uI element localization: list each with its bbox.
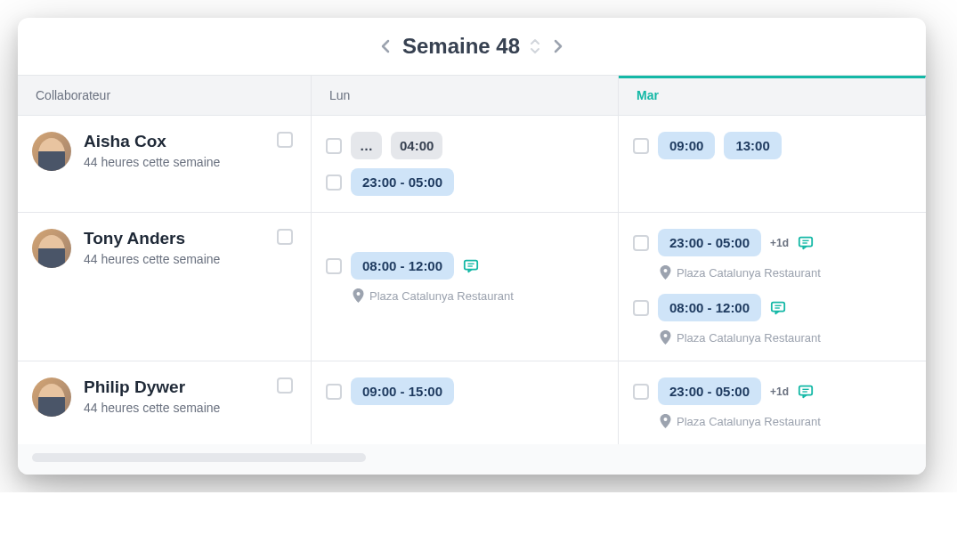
pin-icon	[353, 288, 364, 303]
horizontal-scroll-area	[18, 444, 926, 475]
week-navigator: Semaine 48	[18, 18, 926, 75]
shift-time-pill[interactable]: 09:00	[658, 132, 715, 159]
pin-icon	[660, 265, 671, 280]
comment-icon[interactable]	[770, 300, 786, 316]
svg-rect-9	[799, 386, 812, 394]
shift-checkbox[interactable]	[326, 174, 342, 191]
schedule-grid: Collaborateur Lun Mar Aisha Cox 44 heure…	[18, 75, 926, 444]
shift-location: Plaza Catalunya Restaurant	[660, 265, 912, 280]
day-cell-monday: 08:00 - 12:00 Plaza Catalunya Restaurant	[312, 213, 619, 361]
collaborator-hours: 44 heures cette semaine	[84, 155, 220, 169]
day-cell-monday: … 04:00 23:00 - 05:00	[312, 116, 619, 213]
collaborator-name: Philip Dywer	[84, 377, 220, 397]
day-cell-monday: 09:00 - 15:00	[312, 361, 619, 444]
shift-location: Plaza Catalunya Restaurant	[353, 288, 604, 303]
svg-rect-6	[772, 302, 784, 311]
shift-time-pill[interactable]: 09:00 - 15:00	[351, 377, 454, 405]
plus-days-badge: +1d	[770, 386, 789, 398]
svg-rect-3	[799, 237, 812, 246]
column-header-monday[interactable]: Lun	[312, 76, 619, 116]
avatar	[32, 377, 71, 417]
shift-checkbox[interactable]	[633, 138, 649, 154]
day-cell-tuesday: 09:00 13:00	[619, 116, 926, 213]
shift-ellipsis-pill[interactable]: …	[351, 132, 382, 159]
day-cell-tuesday: 23:00 - 05:00 +1d Plaza Catalunya Restau…	[619, 213, 926, 361]
plus-days-badge: +1d	[770, 237, 789, 249]
avatar	[32, 132, 71, 171]
shift-checkbox[interactable]	[326, 258, 342, 274]
week-stepper[interactable]	[529, 37, 541, 55]
shift-time-pill[interactable]: 13:00	[724, 132, 781, 159]
row-checkbox[interactable]	[277, 229, 293, 245]
pin-icon	[660, 414, 671, 428]
collaborator-cell: Tony Anders 44 heures cette semaine	[18, 213, 312, 361]
shift-checkbox[interactable]	[633, 235, 649, 251]
scrollbar-thumb[interactable]	[32, 453, 366, 462]
shift-time-pill[interactable]: 08:00 - 12:00	[351, 252, 454, 280]
collaborator-cell: Philip Dywer 44 heures cette semaine	[18, 361, 312, 444]
shift-time-pill[interactable]: 08:00 - 12:00	[658, 294, 761, 321]
collaborator-name: Aisha Cox	[84, 132, 220, 151]
column-header-tuesday[interactable]: Mar	[619, 76, 926, 116]
avatar	[32, 229, 71, 268]
shift-time-pill[interactable]: 23:00 - 05:00	[658, 377, 761, 405]
shift-time-pill[interactable]: 23:00 - 05:00	[351, 168, 454, 196]
collaborator-hours: 44 heures cette semaine	[84, 401, 220, 415]
collaborator-hours: 44 heures cette semaine	[84, 252, 220, 266]
comment-icon[interactable]	[798, 235, 814, 251]
collaborator-name: Tony Anders	[84, 229, 220, 248]
column-header-collaborator: Collaborateur	[18, 76, 312, 116]
next-week-button[interactable]	[554, 39, 563, 53]
shift-checkbox[interactable]	[633, 384, 649, 400]
prev-week-button[interactable]	[381, 39, 390, 53]
day-cell-tuesday: 23:00 - 05:00 +1d Plaza Catalunya Restau…	[619, 361, 926, 444]
shift-checkbox[interactable]	[326, 138, 342, 154]
pin-icon	[660, 330, 671, 345]
shift-time-pill[interactable]: 23:00 - 05:00	[658, 229, 761, 256]
shift-checkbox[interactable]	[326, 384, 342, 400]
collaborator-cell: Aisha Cox 44 heures cette semaine	[18, 116, 312, 213]
row-checkbox[interactable]	[277, 132, 293, 148]
shift-checkbox[interactable]	[633, 300, 649, 316]
comment-icon[interactable]	[463, 258, 479, 274]
week-title: Semaine 48	[402, 34, 520, 59]
shift-time-pill[interactable]: 04:00	[391, 132, 442, 159]
shift-location: Plaza Catalunya Restaurant	[660, 414, 912, 428]
row-checkbox[interactable]	[277, 377, 293, 394]
schedule-app: Semaine 48 Collaborateur Lun Mar Aisha C…	[18, 18, 926, 475]
shift-location: Plaza Catalunya Restaurant	[660, 330, 912, 345]
comment-icon[interactable]	[798, 384, 814, 400]
svg-rect-0	[465, 260, 477, 269]
